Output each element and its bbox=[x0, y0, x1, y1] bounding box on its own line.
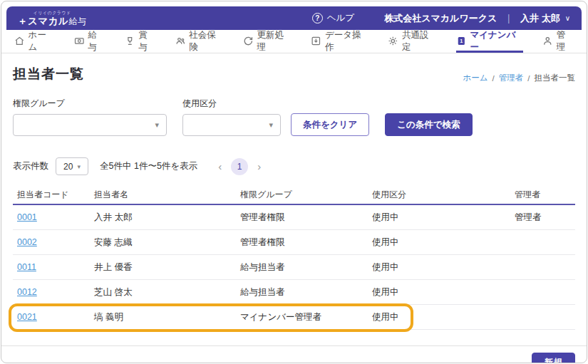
table-row-highlighted: 0021 塙 義明 マイナンバー管理者 使用中 bbox=[13, 305, 575, 330]
main-navigation: ホーム 給与 賞与 社会保険 更新処理 データ操作 共通設定 1 マイナンバー bbox=[1, 30, 587, 53]
refresh-icon bbox=[243, 36, 254, 46]
data-download-icon bbox=[311, 36, 321, 46]
breadcrumb-current: 担当者一覧 bbox=[535, 73, 576, 83]
staff-usage: 使用中 bbox=[372, 261, 515, 274]
staff-group: 給与担当者 bbox=[240, 286, 372, 298]
staff-group: 管理者権限 bbox=[240, 236, 372, 249]
person-icon bbox=[542, 36, 553, 46]
staff-table: 担当者コード 担当者名 権限グループ 使用区分 管理者 0001 入井 太郎 管… bbox=[13, 185, 575, 330]
nav-item-data[interactable]: データ操作 bbox=[311, 30, 368, 53]
table-row: 0011 井上 優香 給与担当者 使用中 bbox=[13, 255, 575, 280]
pagination: ‹ 1 › bbox=[216, 158, 263, 175]
per-page-label: 表示件数 bbox=[13, 160, 48, 172]
col-header-group: 権限グループ bbox=[240, 189, 372, 201]
usage-type-label: 使用区分 bbox=[182, 98, 281, 110]
staff-usage: 使用中 bbox=[372, 286, 515, 298]
search-button[interactable]: この条件で検索 bbox=[385, 113, 472, 136]
logo-product: 給与 bbox=[68, 16, 86, 26]
bonus-icon bbox=[125, 36, 135, 46]
nav-item-update[interactable]: 更新処理 bbox=[243, 30, 292, 53]
col-header-code: 担当者コード bbox=[17, 189, 94, 201]
header-separator: ｜ bbox=[504, 12, 513, 25]
prev-page-button[interactable]: ‹ bbox=[216, 160, 224, 172]
app-logo: イリイのクラウド ＋スマカル給与 bbox=[18, 11, 86, 26]
company-name: 株式会社スマカルワークス bbox=[384, 12, 497, 25]
staff-code-link[interactable]: 0021 bbox=[17, 312, 37, 322]
home-icon bbox=[14, 36, 25, 46]
nav-item-mynumber[interactable]: 1 マイナンバー bbox=[456, 30, 523, 53]
staff-name: 塙 義明 bbox=[94, 311, 240, 323]
permission-group-label: 権限グループ bbox=[13, 98, 167, 110]
breadcrumb-separator: / bbox=[527, 74, 530, 83]
col-header-usage: 使用区分 bbox=[372, 189, 515, 201]
staff-code-link[interactable]: 0012 bbox=[17, 287, 37, 297]
list-controls: 表示件数 20 ▾ 全5件中 1件〜5件を表示 ‹ 1 › bbox=[13, 157, 575, 175]
col-header-admin: 管理者 bbox=[515, 189, 571, 201]
permission-group-select[interactable]: ▾ bbox=[13, 114, 167, 136]
page-title: 担当者一覧 bbox=[13, 65, 84, 83]
staff-admin: 管理者 bbox=[515, 212, 571, 224]
staff-usage: 使用中 bbox=[372, 236, 515, 249]
social-insurance-icon bbox=[175, 36, 186, 46]
nav-item-social-insurance[interactable]: 社会保険 bbox=[175, 30, 224, 53]
staff-code-link[interactable]: 0011 bbox=[17, 262, 36, 272]
logo-tagline: イリイのクラウド bbox=[33, 11, 71, 15]
breadcrumb-home-link[interactable]: ホーム bbox=[463, 73, 488, 83]
page-number-button[interactable]: 1 bbox=[231, 158, 248, 175]
nav-item-settings[interactable]: 共通設定 bbox=[388, 30, 436, 53]
staff-code-link[interactable]: 0002 bbox=[17, 237, 37, 247]
top-header-bar: イリイのクラウド ＋スマカル給与 ? ヘルプ 株式会社スマカルワークス ｜ 入井… bbox=[6, 6, 582, 30]
table-row: 0001 入井 太郎 管理者権限 使用中 管理者 bbox=[13, 205, 575, 230]
breadcrumb: ホーム / 管理者 / 担当者一覧 bbox=[463, 73, 575, 83]
usage-type-select[interactable]: ▾ bbox=[182, 114, 281, 136]
staff-code-link[interactable]: 0001 bbox=[17, 212, 37, 222]
table-row: 0012 芝山 啓太 給与担当者 使用中 bbox=[13, 280, 575, 305]
user-name: 入井 太郎 bbox=[520, 12, 560, 25]
staff-name: 芝山 啓太 bbox=[94, 286, 240, 298]
chevron-down-icon: ▾ bbox=[269, 120, 273, 130]
help-label: ヘルプ bbox=[327, 12, 354, 24]
table-header-row: 担当者コード 担当者名 権限グループ 使用区分 管理者 bbox=[13, 185, 575, 205]
table-row: 0002 安藤 志織 管理者権限 使用中 bbox=[13, 230, 575, 255]
chevron-down-icon: ▾ bbox=[77, 163, 81, 170]
col-header-name: 担当者名 bbox=[94, 189, 240, 201]
nav-item-bonus[interactable]: 賞与 bbox=[125, 30, 156, 53]
chevron-down-icon: ∨ bbox=[565, 14, 570, 22]
new-button[interactable]: 新規 bbox=[532, 353, 575, 363]
per-page-select[interactable]: 20 ▾ bbox=[56, 157, 88, 175]
user-menu[interactable]: 入井 太郎 ∨ bbox=[520, 12, 570, 25]
next-page-button[interactable]: › bbox=[255, 160, 263, 172]
app-window: イリイのクラウド ＋スマカル給与 ? ヘルプ 株式会社スマカルワークス ｜ 入井… bbox=[1, 1, 587, 363]
logo-brand: ＋スマカル bbox=[18, 16, 68, 26]
filter-panel: 権限グループ ▾ 使用区分 ▾ 条件をクリア この条件で検索 bbox=[13, 98, 575, 136]
staff-usage: 使用中 bbox=[372, 311, 515, 323]
result-summary: 全5件中 1件〜5件を表示 bbox=[100, 160, 197, 172]
help-question-icon: ? bbox=[312, 13, 323, 24]
nav-item-home[interactable]: ホーム bbox=[14, 30, 55, 53]
staff-name: 入井 太郎 bbox=[94, 212, 240, 224]
staff-group: 管理者権限 bbox=[240, 212, 372, 224]
staff-usage: 使用中 bbox=[372, 212, 515, 224]
staff-name: 安藤 志織 bbox=[94, 236, 240, 249]
breadcrumb-separator: / bbox=[492, 74, 495, 83]
gear-icon bbox=[388, 36, 398, 46]
chevron-down-icon: ▾ bbox=[155, 120, 159, 130]
staff-group: マイナンバー管理者 bbox=[240, 311, 372, 323]
clear-conditions-button[interactable]: 条件をクリア bbox=[291, 113, 369, 136]
help-button[interactable]: ? ヘルプ bbox=[312, 12, 354, 24]
staff-group: 給与担当者 bbox=[240, 261, 372, 274]
nav-item-admin[interactable]: 管理 bbox=[542, 30, 574, 53]
nav-item-payroll[interactable]: 給与 bbox=[74, 30, 105, 53]
staff-name: 井上 優香 bbox=[94, 261, 240, 274]
breadcrumb-admin-link[interactable]: 管理者 bbox=[499, 73, 524, 83]
mynumber-card-icon: 1 bbox=[456, 36, 467, 46]
svg-text:1: 1 bbox=[460, 38, 463, 44]
payroll-icon bbox=[74, 36, 85, 46]
